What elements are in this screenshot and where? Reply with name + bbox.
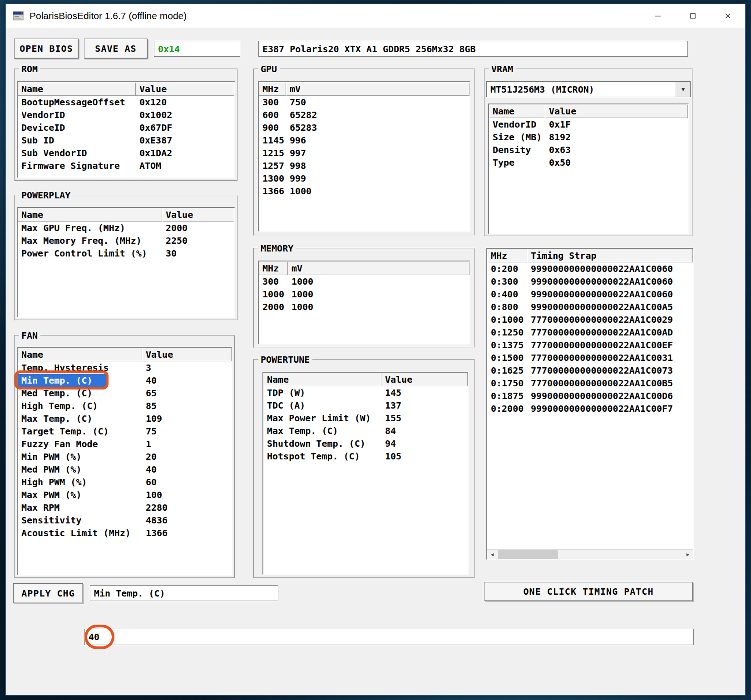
table-cell[interactable]: 999000000000000022AA1C0060 [527, 288, 693, 301]
table-cell[interactable]: 84 [381, 424, 468, 437]
table-cell[interactable]: Max Memory Freq. (MHz) [18, 234, 162, 247]
column-header-mv[interactable]: mV [286, 82, 469, 96]
table-cell[interactable]: 0x1F [545, 118, 688, 131]
table-cell[interactable]: 777000000000000022AA1C00EF [527, 339, 693, 351]
table-cell[interactable]: Med Temp. (C) [18, 387, 142, 399]
one-click-timing-patch-button[interactable]: ONE CLICK TIMING PATCH [484, 582, 693, 601]
table-cell[interactable]: Density [489, 143, 545, 156]
table-cell[interactable]: 777000000000000022AA1C00B5 [527, 377, 693, 389]
table-row[interactable]: Med PWM (%)40 [18, 463, 232, 476]
table-cell[interactable]: Firmware Signature [18, 159, 136, 172]
column-header-name[interactable]: Name [263, 373, 381, 386]
table-cell[interactable]: 999000000000000022AA1C00D6 [527, 389, 693, 402]
table-cell[interactable]: TDP (W) [263, 386, 381, 399]
scrollbar-track[interactable] [497, 550, 683, 559]
table-row[interactable]: Min Temp. (C)40 [18, 374, 232, 387]
timing-horizontal-scrollbar[interactable]: ◀ ▶ [487, 549, 693, 559]
table-cell[interactable]: 750 [286, 96, 469, 108]
table-row[interactable]: Fuzzy Fan Mode1 [18, 438, 232, 450]
table-cell[interactable]: 0xE387 [136, 134, 234, 147]
maximize-button[interactable] [675, 4, 710, 28]
table-cell[interactable]: 75 [142, 425, 232, 438]
table-cell[interactable]: 0:400 [487, 288, 527, 301]
table-cell[interactable]: 1000 [288, 301, 469, 313]
table-cell[interactable]: 1366 [142, 527, 232, 539]
table-row[interactable]: Sub ID0xE387 [18, 134, 234, 147]
table-cell[interactable]: 2280 [142, 501, 232, 514]
table-cell[interactable]: 0:1375 [487, 339, 527, 351]
table-cell[interactable]: VendorID [18, 108, 136, 121]
column-header-name[interactable]: Name [18, 348, 142, 361]
title-bar[interactable]: PolarisBiosEditor 1.6.7 (offline mode) [6, 4, 745, 28]
table-row[interactable]: Max Temp. (C)109 [18, 412, 232, 425]
table-cell[interactable]: 0:800 [487, 301, 527, 313]
table-cell[interactable]: 1257 [259, 159, 286, 172]
table-cell[interactable]: 2000 [259, 301, 288, 313]
table-cell[interactable]: 0x1002 [136, 108, 234, 121]
table-cell[interactable]: 155 [381, 412, 468, 424]
table-row[interactable]: 60065282 [259, 108, 469, 121]
table-row[interactable]: 0:1500777000000000000022AA1C0031 [487, 351, 693, 364]
table-cell[interactable]: Med PWM (%) [18, 463, 142, 476]
table-cell[interactable]: Temp. Hysteresis [18, 361, 142, 374]
open-bios-button[interactable]: OPEN BIOS [14, 39, 79, 59]
table-row[interactable]: BootupMessageOffset0x120 [18, 96, 234, 108]
table-cell[interactable]: 996 [286, 134, 469, 147]
table-cell[interactable]: Min Temp. (C) [18, 374, 142, 387]
table-cell[interactable]: Power Control Limit (%) [18, 247, 162, 260]
table-cell[interactable]: Fuzzy Fan Mode [18, 438, 142, 450]
table-cell[interactable]: 0x63 [545, 143, 688, 156]
table-cell[interactable]: 2000 [162, 222, 234, 234]
table-cell[interactable]: 3 [142, 361, 232, 374]
table-cell[interactable]: 1000 [288, 288, 469, 301]
table-cell[interactable]: DeviceID [18, 121, 136, 134]
table-row[interactable]: 1257998 [259, 159, 469, 172]
table-row[interactable]: Target Temp. (C)75 [18, 425, 232, 438]
table-cell[interactable]: 0:1625 [487, 364, 527, 377]
table-cell[interactable]: 600 [259, 108, 286, 121]
table-cell[interactable]: 1300 [259, 172, 286, 185]
table-cell[interactable]: High Temp. (C) [18, 399, 142, 412]
table-cell[interactable]: 65 [142, 387, 232, 399]
table-cell[interactable]: 998 [286, 159, 469, 172]
table-row[interactable]: 13661000 [259, 185, 469, 197]
table-cell[interactable]: 300 [259, 275, 288, 288]
column-header-mhz[interactable]: MHz [259, 261, 288, 275]
table-row[interactable]: Max PWM (%)100 [18, 488, 232, 501]
table-row[interactable]: 3001000 [259, 275, 469, 288]
table-row[interactable]: Hotspot Temp. (C)105 [263, 450, 468, 463]
column-header-mhz[interactable]: MHz [487, 249, 527, 262]
table-cell[interactable]: 1215 [259, 147, 286, 159]
table-cell[interactable]: 0:1000 [487, 313, 527, 326]
table-cell[interactable]: Sub ID [18, 134, 136, 147]
table-cell[interactable]: 777000000000000022AA1C0029 [527, 313, 693, 326]
column-header-name[interactable]: Name [489, 104, 545, 118]
table-cell[interactable]: 20 [142, 450, 232, 463]
table-cell[interactable]: 1000 [286, 185, 469, 197]
table-cell[interactable]: TDC (A) [263, 399, 381, 412]
column-header-mv[interactable]: mV [288, 261, 469, 275]
table-cell[interactable]: 999000000000000022AA1C00A5 [527, 301, 693, 313]
table-cell[interactable]: 94 [381, 437, 468, 450]
table-cell[interactable]: 0:1875 [487, 389, 527, 402]
column-header-value[interactable]: Value [381, 373, 468, 386]
table-cell[interactable]: 999000000000000022AA1C00F7 [527, 402, 693, 415]
table-cell[interactable]: Max PWM (%) [18, 488, 142, 501]
table-cell[interactable]: 4836 [142, 514, 232, 527]
chevron-down-icon[interactable]: ▼ [676, 82, 690, 97]
table-cell[interactable]: 0:1500 [487, 351, 527, 364]
table-row[interactable]: Sensitivity4836 [18, 514, 232, 527]
table-cell[interactable]: Max Temp. (C) [18, 412, 142, 425]
table-cell[interactable]: 0x50 [545, 156, 688, 169]
table-row[interactable]: 0:200999000000000000022AA1C0060 [487, 262, 693, 275]
table-row[interactable]: 0:2000999000000000000022AA1C00F7 [487, 402, 693, 415]
table-cell[interactable]: Min PWM (%) [18, 450, 142, 463]
selected-setting-field[interactable] [90, 585, 278, 601]
table-cell[interactable]: 999000000000000022AA1C0060 [527, 275, 693, 288]
table-row[interactable]: High PWM (%)60 [18, 476, 232, 488]
table-row[interactable]: Firmware SignatureATOM [18, 159, 234, 172]
table-cell[interactable]: 777000000000000022AA1C0073 [527, 364, 693, 377]
table-row[interactable]: Shutdown Temp. (C)94 [263, 437, 468, 450]
table-row[interactable]: 300750 [259, 96, 469, 108]
table-cell[interactable]: 30 [162, 247, 234, 260]
